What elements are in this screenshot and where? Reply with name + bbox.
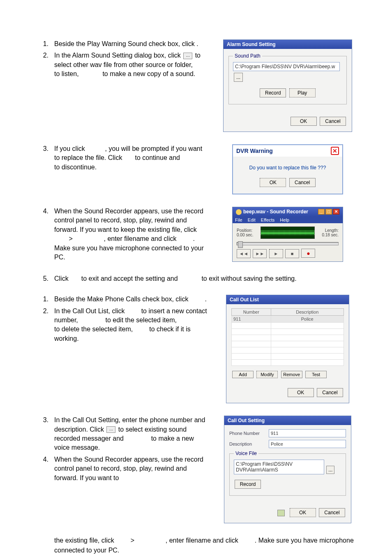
play-button[interactable]: Play	[289, 88, 316, 97]
cancel-button[interactable]: Cancel	[320, 117, 346, 126]
sound-path-input[interactable]: C:\Program Files\DSS\NV DVR\Alarm\beep.w	[233, 62, 340, 71]
waveform-display	[261, 226, 315, 239]
step-num: 1.	[38, 295, 48, 304]
step-num: 1.	[38, 39, 48, 49]
modify-button[interactable]: Modify	[256, 371, 278, 378]
step-body: Beside the Play Warning Sound check box,…	[54, 39, 208, 49]
instructions-block: 1. Beside the Play Warning Sound check b…	[38, 39, 208, 81]
record-button[interactable]: Record	[235, 480, 261, 489]
fieldset-legend: Sound Path	[233, 53, 262, 59]
seek-slider[interactable]	[237, 242, 339, 245]
menu-help[interactable]: Help	[280, 217, 289, 222]
table-row[interactable]	[232, 329, 344, 335]
playback-controls: ◄◄ ►► ► ■ ●	[237, 249, 339, 258]
remove-button[interactable]: Remove	[281, 371, 302, 378]
step-body: Beside the Make Phone Calls check box, c…	[54, 295, 208, 304]
step-body: In the Call Out Setting, enter the phone…	[54, 416, 208, 453]
table-row[interactable]	[232, 341, 344, 347]
menu-edit[interactable]: Edit	[248, 217, 256, 222]
dialog-titlebar: Call Out Setting	[224, 416, 351, 425]
close-icon[interactable]: ✕	[331, 147, 339, 155]
text: to discontinue.	[54, 164, 97, 171]
table-row[interactable]	[232, 354, 344, 360]
sound-recorder-window: beep.wav - Sound Recorder _ □ ✕ File Edi…	[232, 207, 343, 262]
record-button[interactable]: ●	[301, 249, 315, 258]
dialog-title: DVR Warning	[236, 148, 273, 154]
cancel-button[interactable]: Cancel	[317, 388, 343, 397]
dialog-title: Call Out Setting	[228, 418, 265, 423]
warning-message: Do you want to replace this file ???	[238, 165, 337, 171]
description-label: Description	[229, 441, 269, 446]
text: In the Alarm Sound Setting dialog box, c…	[54, 52, 181, 59]
step-body: In the Alarm Sound Setting dialog box, c…	[54, 51, 208, 79]
dialog-title: Call Out List	[230, 297, 259, 303]
menu-file[interactable]: File	[235, 217, 242, 222]
text: to continue and	[135, 154, 180, 161]
text: >	[131, 537, 134, 544]
table-row[interactable]	[232, 360, 344, 366]
dialog-titlebar: Alarm Sound Setting	[224, 40, 352, 49]
menu-bar[interactable]: File Edit Effects Help	[233, 217, 343, 223]
call-out-list-dialog: Call Out List Number Description 911 Pol…	[226, 295, 349, 403]
text: , enter filename and click	[166, 537, 238, 544]
text: to exit without saving the setting.	[201, 275, 296, 282]
cell-number: 911	[232, 316, 271, 323]
text: >	[69, 235, 73, 242]
text: In the Call Out List, click	[54, 307, 125, 314]
printer-icon[interactable]	[277, 510, 285, 516]
dialog-title: beep.wav - Sound Recorder	[243, 209, 308, 215]
text: Beside the Make Phone Calls check box, c…	[54, 296, 188, 303]
cancel-button[interactable]: Cancel	[319, 508, 345, 517]
text: Beside the Play Warning Sound check box,…	[54, 40, 195, 47]
step-body: Click to exit and accept the setting and…	[54, 274, 357, 283]
text: to delete the selected item,	[54, 326, 133, 333]
fast-forward-button[interactable]: ►►	[253, 249, 267, 258]
dialog-titlebar: beep.wav - Sound Recorder _ □ ✕	[233, 207, 343, 217]
table-row[interactable]	[232, 335, 344, 341]
maximize-icon[interactable]: □	[325, 209, 332, 215]
browse-button[interactable]: ...	[326, 466, 334, 474]
browse-button[interactable]: ...	[234, 73, 243, 82]
step-num: 4.	[38, 455, 48, 483]
text: Click	[54, 275, 69, 282]
browse-icon: …	[106, 426, 115, 433]
phone-number-input[interactable]: 911	[269, 429, 346, 437]
table-row[interactable]	[232, 347, 344, 354]
text: .	[196, 40, 198, 47]
cell-desc: Police	[271, 316, 344, 323]
description-input[interactable]: Police	[269, 440, 346, 448]
text: to edit the selected item,	[106, 317, 177, 324]
table-row[interactable]: 911 Police	[232, 316, 344, 323]
ok-button[interactable]: OK	[260, 178, 286, 187]
ok-button[interactable]: OK	[290, 508, 316, 517]
step-body: In the Call Out List, click to insert a …	[54, 307, 208, 344]
voice-file-fieldset: Voice File C:\Program Files\DSS\NV DVR\A…	[229, 451, 346, 496]
step-num: 4.	[38, 207, 48, 262]
menu-effects[interactable]: Effects	[261, 217, 274, 222]
play-button[interactable]: ►	[269, 249, 283, 258]
browse-icon: …	[183, 53, 192, 59]
record-button[interactable]: Record	[260, 88, 286, 97]
minimize-icon[interactable]: _	[318, 209, 325, 215]
col-number-header: Number	[232, 309, 271, 316]
test-button[interactable]: Test	[305, 371, 327, 378]
table-row[interactable]	[232, 323, 344, 329]
stop-button[interactable]: ■	[285, 249, 299, 258]
ok-button[interactable]: OK	[288, 388, 314, 397]
continuation-text: the existing file, click > , enter filen…	[38, 536, 357, 557]
text: When the Sound Recorder appears, use the…	[54, 208, 203, 233]
rewind-button[interactable]: ◄◄	[237, 249, 251, 258]
step-body: When the Sound Recorder appears, use the…	[54, 455, 208, 483]
position-label: Position: 0.00 sec.	[237, 228, 258, 237]
step-num: 2.	[38, 307, 48, 344]
voice-file-input[interactable]: C:\Program Files\DSS\NV DVR\Alarm\AlarmS	[234, 460, 324, 474]
cancel-button[interactable]: Cancel	[289, 178, 316, 187]
dialog-titlebar: DVR Warning ✕	[233, 145, 342, 157]
phone-number-label: Phone Number	[229, 431, 269, 436]
dialog-titlebar: Call Out List	[226, 295, 349, 304]
ok-button[interactable]: OK	[291, 117, 317, 126]
close-icon[interactable]: ✕	[333, 209, 339, 215]
fieldset-legend: Voice File	[234, 451, 258, 456]
step-num: 3.	[38, 144, 48, 172]
add-button[interactable]: Add	[232, 371, 254, 378]
